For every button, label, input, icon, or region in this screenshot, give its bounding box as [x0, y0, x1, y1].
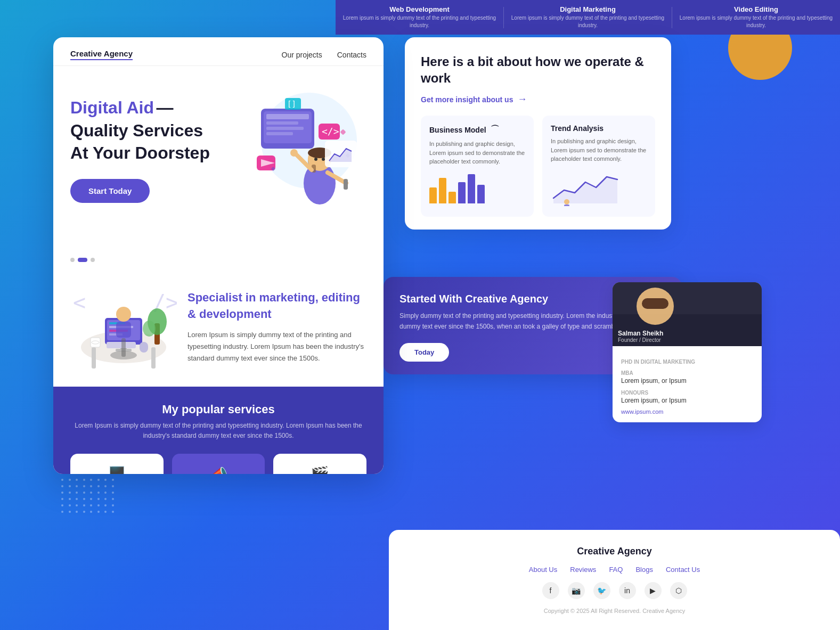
start-today-button[interactable]: Start Today	[70, 179, 150, 203]
main-card: Creative Agency Our projects Contacts Di…	[53, 37, 384, 474]
svg-point-22	[290, 149, 298, 157]
footer-link-about[interactable]: About Us	[529, 566, 557, 574]
video-editing-icon: 🎬	[282, 465, 358, 474]
svg-rect-5	[266, 127, 304, 130]
strip-video-desc: Lorem ipsum is simply dummy text of the …	[678, 14, 835, 29]
svg-rect-24	[344, 179, 348, 190]
svg-rect-4	[266, 121, 298, 125]
service-card-video[interactable]: 🎬 Video Editing Lorem ipsum is simply du…	[273, 454, 366, 474]
profile-card: Salman Sheikh Founder / Director PHD in …	[613, 282, 762, 422]
svg-point-47	[143, 321, 156, 337]
social-facebook-icon[interactable]: f	[542, 582, 559, 599]
hero-section: Digital Aid — Quality Services At Your D…	[53, 66, 384, 258]
right-panel: Here is a bit about how we operate & wor…	[405, 37, 671, 230]
hero-subtitle: Quality Services At Your Doorstep	[70, 120, 230, 164]
svg-point-19	[314, 158, 317, 161]
hero-title-dash: —	[156, 98, 173, 117]
profile-honours-label: Honours	[621, 390, 753, 396]
about-mini-cards: Business Model ⌒ In publishing and graph…	[421, 116, 655, 217]
profile-info: PHD in Digital Marketing MBA Lorem ipsum…	[613, 346, 762, 422]
started-cta-button[interactable]: Today	[399, 343, 449, 362]
strip-video-title: Video Editing	[678, 5, 835, 13]
trend-chart-svg	[551, 169, 625, 206]
desk-svg: < />	[70, 278, 177, 374]
service-card-digital[interactable]: 📣 Digital Marketing Lorem ipsum is simpl…	[172, 454, 265, 474]
footer-socials: f 📷 🐦 in ▶ ⬡	[410, 582, 819, 599]
svg-text:[]: []	[287, 100, 296, 108]
svg-rect-51	[116, 322, 131, 338]
services-desc: Lorem Ipsum is simply dummy text of the …	[70, 421, 366, 441]
dot-2[interactable]	[78, 258, 87, 262]
web-dev-icon: 🖥️	[79, 465, 155, 474]
started-title-prefix: Started With	[399, 293, 465, 305]
svg-rect-56	[564, 204, 569, 206]
nav-links: Our projects Contacts	[282, 51, 367, 59]
svg-rect-33	[92, 347, 96, 369]
top-services-strip: Web Development Lorem ipsum is simply du…	[336, 0, 840, 35]
business-model-card: Business Model ⌒ In publishing and graph…	[421, 116, 534, 217]
services-title: My popular services	[70, 403, 366, 416]
social-linkedin-icon[interactable]: in	[619, 582, 636, 599]
biz-model-desc: In publishing and graphic design, Lorem …	[429, 140, 525, 166]
svg-point-20	[322, 158, 325, 161]
about-link[interactable]: Get more insight about us →	[421, 94, 655, 105]
dot-pattern	[61, 479, 115, 513]
social-github-icon[interactable]: ⬡	[670, 582, 687, 599]
profile-phd-row: PHD in Digital Marketing	[621, 359, 753, 365]
svg-rect-34	[151, 347, 156, 369]
specialist-highlight: Specialist	[187, 291, 242, 304]
strip-item-web: Web Development Lorem ipsum is simply du…	[336, 5, 503, 29]
service-card-web[interactable]: 🖥️ Web Development Lorem ipsum is simply…	[70, 454, 164, 474]
social-instagram-icon[interactable]: 📷	[568, 582, 585, 599]
svg-rect-60	[642, 298, 668, 309]
footer-link-blogs[interactable]: Blogs	[635, 566, 653, 574]
footer-link-contact[interactable]: Contact Us	[666, 566, 700, 574]
strip-web-desc: Lorem ipsum is simply dummy text of the …	[341, 14, 498, 29]
profile-mba-value: Lorem ipsum, or Ipsum	[621, 377, 753, 384]
about-link-arrow-icon: →	[517, 94, 527, 105]
hero-person-svg: </> []	[234, 77, 362, 215]
svg-point-55	[564, 199, 569, 204]
footer-copyright: Copyright © 2025 All Right Reserved. Cre…	[410, 608, 819, 614]
specialist-desc: Lorem Ipsum is simply dummy text of the …	[187, 329, 366, 364]
nav-link-projects[interactable]: Our projects	[282, 51, 322, 59]
specialist-text: Specialist in marketing, editing & devel…	[187, 290, 366, 364]
footer-link-reviews[interactable]: Reviews	[570, 566, 596, 574]
started-title-brand: Creative Agency	[465, 293, 548, 305]
footer-card: Creative Agency About Us Reviews FAQ Blo…	[389, 530, 840, 630]
strip-digital-title: Digital Marketing	[509, 5, 666, 13]
hero-text: Digital Aid — Quality Services At Your D…	[70, 82, 230, 203]
dot-1[interactable]	[70, 258, 75, 262]
profile-honours-row: Honours Lorem ipsum, or Ipsum	[621, 390, 753, 404]
trend-analysis-desc: In publishing and graphic design, Lorem …	[551, 137, 647, 163]
profile-role-overlay: Founder / Director	[618, 337, 663, 343]
dot-3[interactable]	[91, 258, 95, 262]
footer-logo: Creative Agency	[410, 546, 819, 557]
svg-point-50	[116, 307, 131, 322]
slide-dots	[53, 258, 384, 267]
social-youtube-icon[interactable]: ▶	[645, 582, 662, 599]
about-card: Here is a bit about how we operate & wor…	[405, 37, 671, 230]
strip-web-title: Web Development	[341, 5, 498, 13]
footer-link-faq[interactable]: FAQ	[609, 566, 623, 574]
svg-text:</>: </>	[322, 126, 339, 137]
svg-rect-28	[325, 141, 357, 167]
social-twitter-icon[interactable]: 🐦	[593, 582, 610, 599]
strip-item-video: Video Editing Lorem ipsum is simply dumm…	[672, 5, 840, 29]
hero-title-blue: Digital Aid	[70, 98, 154, 117]
hero-illustration: </> []	[230, 77, 366, 215]
svg-text:<: <	[73, 290, 86, 315]
profile-website-link[interactable]: www.ipsum.com	[621, 408, 753, 415]
specialist-section: < />	[53, 267, 384, 387]
nav-link-contacts[interactable]: Contacts	[337, 51, 366, 59]
svg-rect-48	[91, 338, 100, 347]
specialist-title: Specialist in marketing, editing & devel…	[187, 290, 366, 323]
svg-rect-3	[266, 114, 309, 119]
svg-rect-43	[107, 342, 136, 348]
services-grid: 🖥️ Web Development Lorem ipsum is simply…	[70, 454, 366, 474]
services-section: My popular services Lorem Ipsum is simpl…	[53, 387, 384, 474]
profile-honours-value: Lorem ipsum, or Ipsum	[621, 397, 753, 404]
profile-phd-label: PHD in Digital Marketing	[621, 359, 753, 365]
profile-mba-label: MBA	[621, 370, 753, 376]
footer-links: About Us Reviews FAQ Blogs Contact Us	[410, 566, 819, 574]
